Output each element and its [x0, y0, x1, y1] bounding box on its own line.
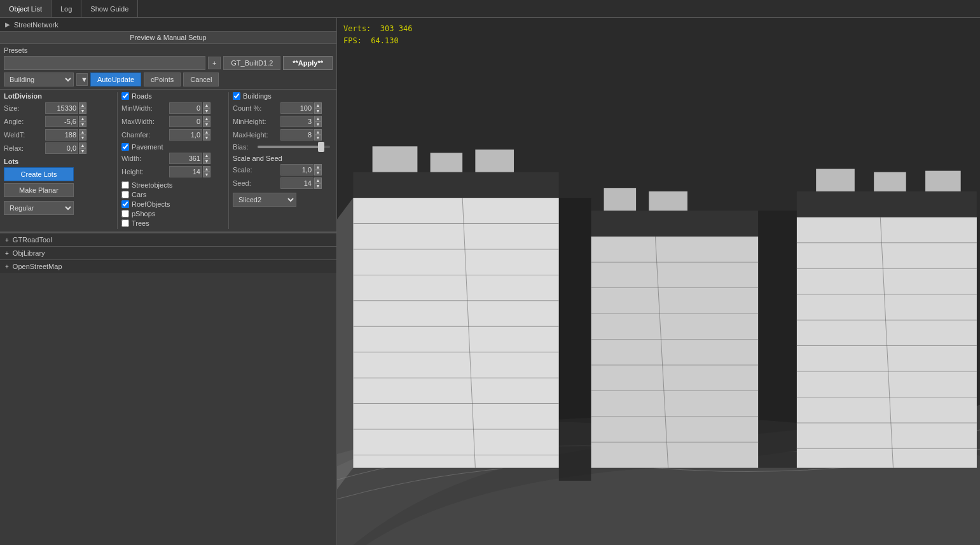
- maxwidth-up-btn[interactable]: ▲: [203, 116, 210, 121]
- viewport-scene: [337, 18, 980, 545]
- tab-object-list[interactable]: Object List: [0, 0, 52, 17]
- relax-up-btn[interactable]: ▲: [79, 142, 86, 148]
- angle-input[interactable]: [45, 116, 78, 127]
- scale-down-btn[interactable]: ▼: [314, 170, 322, 176]
- collapsible-gtroad[interactable]: + GTRoadTool: [0, 233, 336, 246]
- verts-stat: Verts: 303 346: [343, 23, 412, 35]
- tab-log[interactable]: Log: [52, 0, 81, 17]
- fps-stat: FPS: 64.130: [343, 35, 412, 47]
- collapsible-openstreetmap[interactable]: + OpenStreetMap: [0, 259, 336, 273]
- bias-thumb[interactable]: [318, 142, 324, 152]
- buildings-checkbox[interactable]: [233, 92, 240, 100]
- maxheight-input[interactable]: [280, 129, 314, 141]
- collapsible-objlibrary[interactable]: + ObjLibrary: [0, 246, 336, 259]
- tab-show-guide[interactable]: Show Guide: [81, 0, 138, 17]
- angle-label: Angle:: [4, 118, 45, 125]
- bias-slider[interactable]: [258, 146, 330, 148]
- chamfer-down-btn[interactable]: ▼: [203, 135, 210, 141]
- preset-extra-btn[interactable]: ▼: [76, 73, 88, 86]
- maxwidth-down-btn[interactable]: ▼: [203, 121, 210, 127]
- openstreetmap-arrow-icon: +: [5, 263, 9, 270]
- panel-title: StreetNetwork: [14, 21, 59, 29]
- pshops-checkbox[interactable]: [121, 210, 129, 217]
- presets-section: Presets + GT_BuiltD1.2 **Apply** Buildin…: [0, 44, 336, 90]
- streetobjects-checkbox[interactable]: [121, 181, 129, 189]
- objlibrary-arrow-icon: +: [5, 250, 9, 257]
- chamfer-up-btn[interactable]: ▲: [203, 129, 210, 135]
- autoupdate-button[interactable]: AutoUpdate: [90, 72, 141, 86]
- angle-down-btn[interactable]: ▼: [79, 121, 86, 127]
- make-planar-button[interactable]: Make Planar: [4, 183, 74, 197]
- minheight-down-btn[interactable]: ▼: [314, 121, 322, 127]
- building-dropdown[interactable]: Building: [4, 72, 74, 86]
- width-down-btn[interactable]: ▼: [203, 158, 210, 164]
- preset-name-input[interactable]: [4, 56, 205, 70]
- roofobjects-checkbox[interactable]: [121, 200, 129, 208]
- height-up-btn[interactable]: ▲: [203, 166, 210, 172]
- lots-label: Lots: [4, 158, 113, 165]
- maxheight-up-btn[interactable]: ▲: [314, 129, 322, 135]
- chamfer-input[interactable]: [169, 129, 202, 141]
- minwidth-row: MinWidth: ▲ ▼: [121, 102, 224, 114]
- scale-seed-label: Scale and Seed: [233, 155, 333, 162]
- lot-division-header: LotDivision: [4, 92, 113, 100]
- viewport-stats: Verts: 303 346 FPS: 64.130: [343, 23, 412, 47]
- create-lots-button[interactable]: Create Lots: [4, 167, 74, 181]
- count-down-btn[interactable]: ▼: [314, 108, 322, 114]
- minheight-up-btn[interactable]: ▲: [314, 116, 322, 121]
- angle-up-btn[interactable]: ▲: [79, 116, 86, 121]
- presets-row: + GT_BuiltD1.2 **Apply**: [4, 56, 333, 70]
- preset-name-button[interactable]: GT_BuiltD1.2: [223, 56, 280, 70]
- size-up-btn[interactable]: ▲: [79, 102, 86, 108]
- streetobjects-row: Streetobjects: [121, 181, 224, 189]
- svg-rect-13: [353, 172, 559, 198]
- relax-down-btn[interactable]: ▼: [79, 148, 86, 154]
- size-label: Size:: [4, 104, 45, 112]
- sliced2-dropdown[interactable]: Sliced2: [233, 193, 296, 207]
- pavement-height-input[interactable]: [169, 166, 202, 177]
- height-down-btn[interactable]: ▼: [203, 172, 210, 177]
- section-title: Preview & Manual Setup: [0, 32, 336, 44]
- bias-label: Bias:: [233, 143, 255, 151]
- maxheight-down-btn[interactable]: ▼: [314, 135, 322, 141]
- count-up-btn[interactable]: ▲: [314, 102, 322, 108]
- regular-dropdown[interactable]: Regular: [4, 201, 74, 215]
- scale-input[interactable]: [280, 164, 314, 176]
- width-up-btn[interactable]: ▲: [203, 153, 210, 158]
- pavement-width-input[interactable]: [169, 153, 202, 164]
- second-row: Building ▼ AutoUpdate cPoints Cancel: [4, 72, 333, 86]
- size-input[interactable]: [45, 102, 78, 114]
- svg-rect-27: [604, 188, 637, 210]
- count-input[interactable]: [280, 102, 314, 114]
- seed-up-btn[interactable]: ▲: [314, 177, 322, 183]
- relax-input[interactable]: [45, 142, 78, 154]
- minheight-input[interactable]: [280, 116, 314, 127]
- cancel-button[interactable]: Cancel: [183, 72, 219, 86]
- bias-row: Bias:: [233, 143, 333, 151]
- maxwidth-input[interactable]: [169, 116, 202, 127]
- minwidth-up-btn[interactable]: ▲: [203, 102, 210, 108]
- weldt-up-btn[interactable]: ▲: [79, 129, 86, 135]
- scale-up-btn[interactable]: ▲: [314, 164, 322, 170]
- pavement-row: Pavement: [121, 143, 224, 151]
- presets-label: Presets: [4, 46, 333, 54]
- apply-button[interactable]: **Apply**: [283, 56, 333, 70]
- roads-checkbox[interactable]: [121, 92, 129, 100]
- width-row: Width: ▲ ▼: [121, 153, 224, 164]
- cpoints-button[interactable]: cPoints: [144, 72, 181, 86]
- minwidth-down-btn[interactable]: ▼: [203, 108, 210, 114]
- weldt-down-btn[interactable]: ▼: [79, 135, 86, 141]
- regular-dropdown-row: Regular: [4, 201, 113, 215]
- maxheight-label: MaxHeight:: [233, 131, 280, 139]
- seed-down-btn[interactable]: ▼: [314, 183, 322, 189]
- size-down-btn[interactable]: ▼: [79, 108, 86, 114]
- trees-checkbox[interactable]: [121, 219, 129, 227]
- weldt-input[interactable]: [45, 129, 78, 141]
- viewport[interactable]: Verts: 303 346 FPS: 64.130: [337, 18, 980, 545]
- pavement-checkbox[interactable]: [121, 143, 129, 151]
- seed-input[interactable]: [280, 177, 314, 189]
- minwidth-input[interactable]: [169, 102, 202, 114]
- collapsibles: + GTRoadTool + ObjLibrary + OpenStreetMa…: [0, 232, 336, 273]
- cars-checkbox[interactable]: [121, 191, 129, 198]
- preset-add-button[interactable]: +: [208, 57, 221, 69]
